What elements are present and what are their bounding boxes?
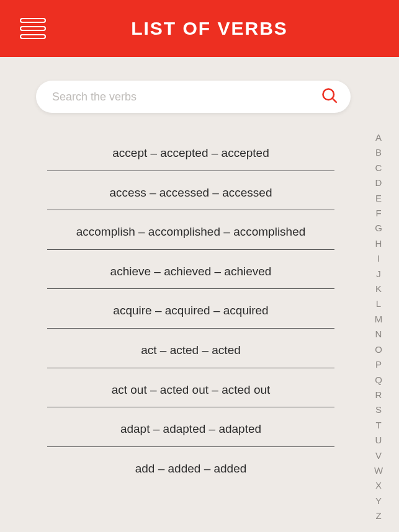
alpha-letter[interactable]: P — [372, 357, 385, 372]
alpha-letter[interactable]: S — [372, 402, 385, 417]
search-input[interactable] — [52, 91, 321, 104]
alpha-letter[interactable]: T — [372, 418, 385, 433]
alpha-letter[interactable]: Y — [372, 494, 385, 508]
alpha-letter[interactable]: W — [372, 463, 385, 478]
list-item[interactable]: achieve – achieved – achieved — [47, 250, 334, 290]
alpha-letter[interactable]: E — [372, 191, 385, 206]
alpha-letter[interactable]: M — [372, 312, 385, 327]
list-item[interactable]: accomplish – accomplished – accomplished — [47, 210, 334, 250]
search-bar[interactable] — [36, 81, 351, 113]
alpha-letter[interactable]: Q — [372, 373, 385, 388]
alpha-letter[interactable]: L — [372, 296, 385, 311]
alpha-letter[interactable]: H — [372, 236, 385, 251]
alpha-letter[interactable]: A — [372, 130, 385, 145]
alpha-letter[interactable]: D — [372, 175, 385, 190]
header: LIST OF VERBS — [0, 0, 399, 57]
svg-line-1 — [333, 99, 337, 103]
alpha-letter[interactable]: J — [372, 267, 385, 282]
svg-point-0 — [323, 89, 334, 100]
alpha-letter[interactable]: G — [372, 221, 385, 236]
list-item[interactable]: act out – acted out – acted out — [47, 368, 334, 408]
page-title: LIST OF VERBS — [40, 18, 379, 39]
alpha-letter[interactable]: O — [372, 342, 385, 357]
alpha-letter[interactable]: Z — [372, 508, 385, 523]
list-item[interactable]: act – acted – acted — [47, 329, 334, 368]
alpha-letter[interactable]: K — [372, 282, 385, 296]
alpha-letter[interactable]: C — [372, 161, 385, 175]
list-item[interactable]: access – accessed – accessed — [47, 171, 334, 211]
alpha-letter[interactable]: V — [372, 448, 385, 463]
alpha-letter[interactable]: F — [372, 206, 385, 221]
verb-list: accept – accepted – accepted access – ac… — [47, 131, 334, 485]
alpha-letter[interactable]: U — [372, 433, 385, 448]
alpha-letter[interactable]: X — [372, 478, 385, 493]
list-item[interactable]: add – added – added — [47, 447, 334, 486]
list-item[interactable]: adapt – adapted – adapted — [47, 407, 334, 447]
alpha-index: A B C D E F G H I J K L M N O P Q R S T … — [372, 130, 385, 524]
content-area: accept – accepted – accepted access – ac… — [0, 57, 399, 532]
alpha-letter[interactable]: B — [372, 145, 385, 160]
search-icon[interactable] — [321, 87, 338, 107]
alpha-letter[interactable]: R — [372, 388, 385, 402]
alpha-letter[interactable]: N — [372, 327, 385, 342]
alpha-letter[interactable]: I — [372, 251, 385, 266]
list-item[interactable]: accept – accepted – accepted — [47, 131, 334, 171]
list-item[interactable]: acquire – acquired – acquired — [47, 289, 334, 329]
